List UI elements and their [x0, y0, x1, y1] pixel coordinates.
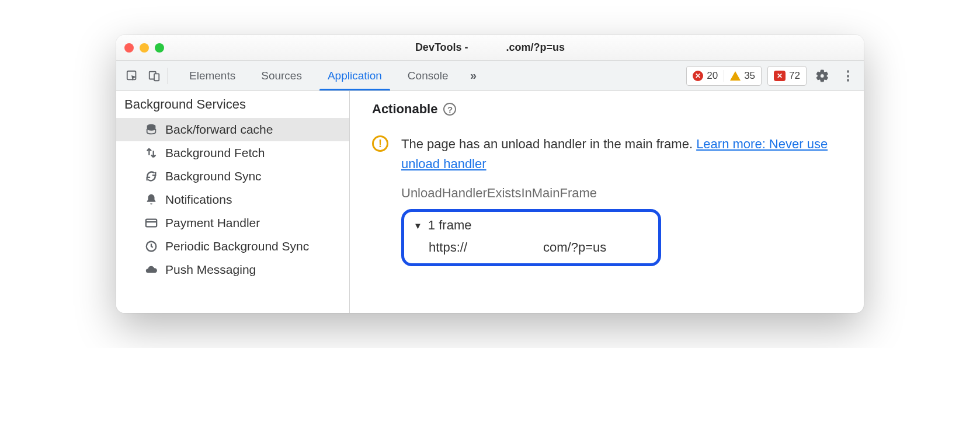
frame-count-label: 1 frame: [428, 218, 472, 233]
svg-rect-2: [154, 74, 159, 81]
issue-code: UnloadHandlerExistsInMainFrame: [401, 186, 847, 201]
toolbar-divider: [168, 68, 168, 84]
sidebar-section-header: Background Services: [116, 91, 349, 118]
more-icon[interactable]: ⋮: [838, 66, 858, 86]
database-icon: [144, 123, 158, 137]
error-count[interactable]: ✕ 20: [687, 70, 724, 82]
title-suffix: .com/?p=us: [506, 41, 565, 53]
sidebar-item-push[interactable]: Push Messaging: [116, 258, 349, 281]
error-value: 20: [707, 70, 718, 82]
tab-console[interactable]: Console: [395, 61, 461, 90]
issues-count[interactable]: ✕ 72: [768, 70, 806, 82]
clock-icon: [144, 239, 158, 253]
sidebar-item-label: Background Fetch: [165, 146, 265, 160]
section-header: Actionable ?: [372, 102, 847, 117]
panel-content: Background Services Back/forward cache B…: [116, 91, 864, 313]
card-icon: [144, 216, 158, 230]
svg-rect-4: [146, 219, 157, 227]
issue-body: The page has an unload handler in the ma…: [401, 134, 847, 266]
tabs-overflow-button[interactable]: »: [464, 69, 484, 82]
devtools-toolbar: Elements Sources Application Console » ✕…: [116, 61, 864, 91]
sidebar-item-label: Back/forward cache: [165, 123, 273, 137]
error-icon: ✕: [693, 71, 703, 81]
sync-icon: [144, 169, 158, 183]
updown-icon: [144, 146, 158, 160]
sidebar-item-bg-fetch[interactable]: Background Fetch: [116, 141, 349, 165]
zoom-window-button[interactable]: [155, 43, 164, 53]
sidebar-item-label: Background Sync: [165, 169, 262, 183]
warning-value: 35: [744, 70, 755, 82]
caret-down-icon: ▼: [413, 221, 422, 231]
issues-icon: ✕: [774, 71, 786, 81]
issues-value: 72: [789, 70, 800, 82]
device-toggle-icon[interactable]: [144, 66, 164, 86]
bell-icon: [144, 193, 158, 207]
inspect-icon[interactable]: [122, 66, 142, 86]
title-prefix: DevTools -: [415, 41, 468, 53]
sidebar-item-notifications[interactable]: Notifications: [116, 188, 349, 211]
main-panel: Actionable ? ! The page has an unload ha…: [350, 91, 864, 313]
window-title: DevTools - .com/?p=us: [116, 41, 864, 54]
frame-url-rest: com/?p=us: [543, 240, 606, 255]
warning-icon: [730, 71, 741, 81]
issues-counter[interactable]: ✕ 72: [767, 66, 807, 86]
sidebar-item-periodic-sync[interactable]: Periodic Background Sync: [116, 235, 349, 258]
devtools-window: DevTools - .com/?p=us Elements Sources A…: [116, 35, 864, 313]
tab-application[interactable]: Application: [315, 61, 395, 90]
warning-circle-icon: !: [372, 135, 388, 152]
sidebar-item-bg-sync[interactable]: Background Sync: [116, 165, 349, 188]
console-counters[interactable]: ✕ 20 35: [686, 66, 762, 86]
sidebar-item-bfcache[interactable]: Back/forward cache: [116, 118, 349, 141]
window-controls: [124, 43, 164, 53]
application-sidebar: Background Services Back/forward cache B…: [116, 91, 350, 313]
settings-icon[interactable]: [812, 66, 832, 86]
titlebar: DevTools - .com/?p=us: [116, 35, 864, 61]
warning-count[interactable]: 35: [724, 70, 761, 82]
toolbar-right: ✕ 20 35 ✕ 72 ⋮: [686, 66, 858, 86]
sidebar-item-payment[interactable]: Payment Handler: [116, 211, 349, 235]
minimize-window-button[interactable]: [140, 43, 149, 53]
close-window-button[interactable]: [124, 43, 134, 53]
issue-message: The page has an unload handler in the ma…: [401, 137, 693, 151]
frame-url-scheme: https://: [429, 240, 467, 255]
frame-list-box: ▼ 1 frame https:// com/?p=us: [401, 209, 661, 266]
sidebar-item-label: Payment Handler: [165, 216, 260, 230]
issue-row: ! The page has an unload handler in the …: [372, 134, 847, 266]
tab-sources[interactable]: Sources: [248, 61, 315, 90]
frame-url[interactable]: https:// com/?p=us: [413, 240, 642, 255]
sidebar-item-label: Notifications: [165, 193, 232, 207]
sidebar-item-label: Periodic Background Sync: [165, 239, 309, 253]
cloud-icon: [144, 263, 158, 277]
frame-summary[interactable]: ▼ 1 frame: [413, 218, 642, 233]
panel-tabs: Elements Sources Application Console: [176, 61, 461, 90]
sidebar-item-label: Push Messaging: [165, 263, 256, 277]
issue-text: The page has an unload handler in the ma…: [401, 134, 847, 174]
section-title: Actionable: [372, 102, 437, 117]
tab-elements[interactable]: Elements: [176, 61, 248, 90]
help-icon[interactable]: ?: [443, 103, 456, 116]
